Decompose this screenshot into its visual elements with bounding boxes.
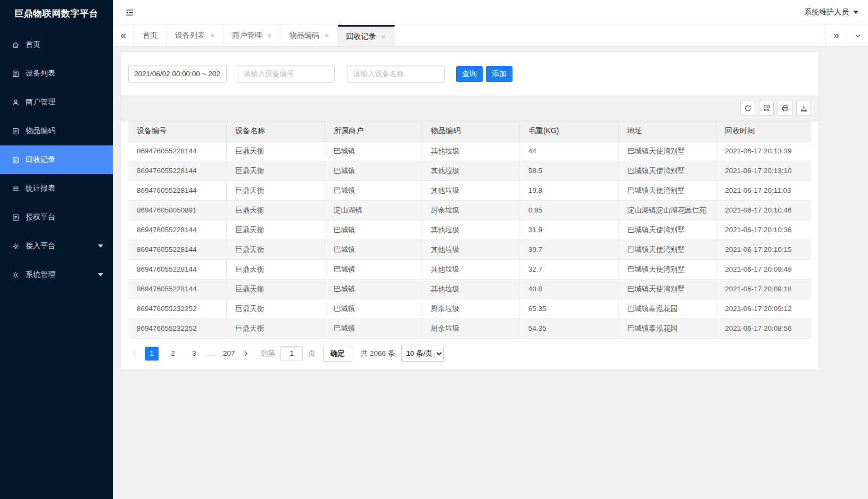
goto-page-input[interactable]	[280, 346, 303, 361]
app-root: 巨鼎物联网数字平台 首页 设备列表 商户管理	[0, 0, 868, 499]
sidebar-item-auth-platform[interactable]: 授权平台	[0, 203, 113, 232]
user-icon	[12, 99, 20, 107]
close-icon[interactable]: ×	[267, 32, 271, 39]
table-cell: 巨鼎天衡	[227, 181, 325, 200]
add-button[interactable]: 添加	[486, 66, 512, 82]
table-cell: 巨鼎天衡	[227, 299, 325, 318]
table-cell: 其他垃圾	[422, 259, 519, 279]
table-cell: 巨鼎天衡	[227, 161, 325, 181]
tabs-scroll-right-icon[interactable]	[825, 25, 847, 46]
close-icon[interactable]: ×	[324, 32, 328, 39]
device-code-input[interactable]	[238, 65, 335, 83]
table-cell: 869476055232252	[128, 318, 227, 338]
table-cell: 巴城镇	[325, 279, 422, 299]
sidebar-item-label: 首页	[26, 40, 40, 50]
table-cell: 巴城镇泰泓花园	[618, 318, 716, 338]
column-header-merchant: 所属商户	[325, 121, 422, 141]
tab-label: 设备列表	[175, 31, 205, 40]
chevron-down-icon	[98, 244, 103, 248]
sidebar-item-recycle-records[interactable]: 回收记录	[0, 145, 113, 174]
refresh-icon[interactable]	[740, 101, 755, 116]
tab-label: 商户管理	[232, 31, 262, 40]
printer-icon[interactable]	[778, 101, 792, 116]
sidebar-item-label: 系统管理	[26, 270, 55, 280]
document-icon	[12, 127, 20, 135]
total-count-label: 共 2066 条	[361, 349, 395, 358]
table-row: 869476055228144巨鼎天衡巴城镇其他垃圾40.8巴城镇天使湾别墅20…	[128, 279, 811, 299]
tab-label: 物品编码	[289, 31, 319, 40]
lines-icon	[12, 185, 20, 193]
query-button[interactable]: 查询	[456, 66, 483, 82]
table-cell: 巨鼎天衡	[227, 318, 325, 338]
columns-icon[interactable]	[759, 101, 774, 116]
page-button-last[interactable]: 207	[222, 347, 236, 361]
export-icon[interactable]	[796, 101, 811, 116]
sidebar-item-device-list[interactable]: 设备列表	[0, 59, 113, 88]
table-cell: 其他垃圾	[422, 240, 519, 259]
page-button-2[interactable]: 2	[166, 347, 180, 361]
table-cell: 巴城镇	[325, 220, 422, 240]
table-cell: 869476055228144	[128, 161, 227, 181]
table-cell: 0.95	[519, 200, 618, 220]
tab-item-code[interactable]: 物品编码 ×	[280, 25, 337, 46]
table-cell: 淀山湖镇	[325, 200, 422, 220]
page-size-select[interactable]: 10 条/页	[401, 346, 444, 362]
sidebar-item-label: 设备列表	[26, 69, 55, 78]
tab-merchant-mgmt[interactable]: 商户管理 ×	[224, 25, 280, 46]
close-icon[interactable]: ×	[210, 32, 214, 39]
top-header: 系统维护人员	[113, 0, 868, 24]
sidebar-item-stat-reports[interactable]: 统计报表	[0, 174, 113, 203]
table-row: 869476055228144巨鼎天衡巴城镇其他垃圾32.7巴城镇天使湾别墅20…	[128, 259, 811, 279]
document-icon	[12, 156, 20, 164]
chevron-down-icon	[98, 273, 103, 276]
pagination-ellipsis: ...	[207, 349, 216, 357]
sidebar-item-home[interactable]: 首页	[0, 30, 113, 59]
close-icon[interactable]: ×	[382, 33, 386, 40]
sidebar-item-system-mgmt[interactable]: 系统管理	[0, 260, 113, 289]
table-cell: 其他垃圾	[422, 279, 519, 299]
sidebar-item-merchant-mgmt[interactable]: 商户管理	[0, 88, 113, 117]
tab-home[interactable]: 首页	[134, 25, 167, 46]
user-menu[interactable]: 系统维护人员	[804, 7, 858, 17]
table-row: 869476055232252巨鼎天衡巴城镇厨余垃圾65.35巴城镇泰泓花园20…	[128, 299, 811, 318]
tab-label: 回收记录	[346, 32, 376, 42]
table-cell: 869476055228144	[128, 220, 227, 240]
table-cell: 39.7	[519, 240, 618, 259]
prev-page-icon[interactable]	[128, 347, 141, 361]
gear-icon	[12, 271, 20, 279]
page-button-3[interactable]: 3	[187, 347, 201, 361]
table-cell: 40.8	[519, 279, 618, 299]
table-cell: 869476058050891	[128, 200, 227, 220]
device-name-input[interactable]	[348, 65, 445, 83]
confirm-button[interactable]: 确定	[323, 346, 352, 362]
table-cell: 2021-06-17 20:08:56	[716, 318, 811, 338]
table-cell: 巴城镇天使湾别墅	[618, 141, 716, 161]
table-cell: 巴城镇泰泓花园	[618, 299, 716, 318]
menu-fold-icon[interactable]	[125, 7, 135, 18]
table-row: 869476055228144巨鼎天衡巴城镇其他垃圾31.9巴城镇天使湾别墅20…	[128, 220, 811, 240]
next-page-icon[interactable]	[239, 347, 252, 361]
table-cell: 869476055228144	[128, 259, 227, 279]
document-icon	[12, 214, 20, 222]
filter-bar: 查询 添加	[121, 52, 819, 95]
records-card: 查询 添加	[120, 51, 819, 370]
table-body: 869476055228144巨鼎天衡巴城镇其他垃圾44巴城镇天使湾别墅2021…	[128, 141, 811, 338]
table-cell: 巴城镇天使湾别墅	[618, 240, 716, 259]
page-button-1[interactable]: 1	[145, 347, 159, 361]
column-header-device-name: 设备名称	[227, 121, 325, 141]
table-cell: 巴城镇天使湾别墅	[618, 279, 716, 299]
tabs-menu-chevron-icon[interactable]	[847, 25, 868, 46]
tabs-scroll-left-icon[interactable]	[113, 25, 134, 46]
sidebar-item-item-code[interactable]: 物品编码	[0, 117, 113, 145]
document-icon	[12, 70, 20, 78]
sidebar-item-access-platform[interactable]: 接入平台	[0, 232, 113, 260]
brand-title: 巨鼎物联网数字平台	[0, 0, 113, 26]
table-cell: 巴城镇	[325, 240, 422, 259]
main-area: 系统维护人员 首页 设备列表 × 商户管理 × 物品编码 ×	[113, 0, 868, 499]
column-header-item-code: 物品编码	[422, 121, 519, 141]
tab-recycle-records[interactable]: 回收记录 ×	[338, 25, 395, 46]
tab-device-list[interactable]: 设备列表 ×	[167, 25, 224, 46]
table-cell: 2021-06-17 20:10:15	[716, 240, 811, 259]
table-cell: 2021-06-17 20:09:18	[716, 279, 811, 299]
date-range-input[interactable]	[128, 65, 227, 83]
